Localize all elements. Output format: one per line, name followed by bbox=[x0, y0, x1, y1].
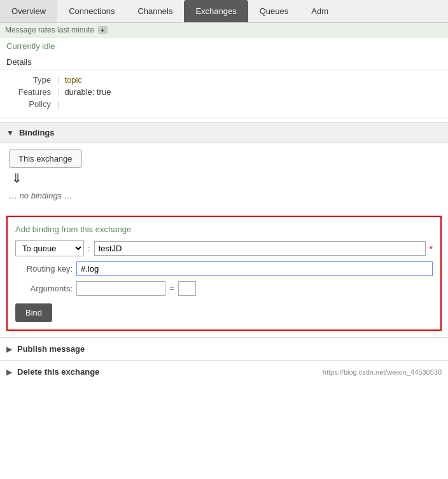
tab-connections[interactable]: Connections bbox=[57, 0, 126, 22]
routing-key-label: Routing key: bbox=[15, 264, 73, 274]
detail-row-policy: Policy | bbox=[6, 98, 442, 110]
status-text: Currently idle bbox=[0, 38, 448, 55]
required-star-icon: * bbox=[430, 244, 433, 254]
footer-link: https://blog.csdn.net/weixin_44530530 bbox=[104, 368, 442, 376]
publish-message-arrow-icon: ▶ bbox=[6, 345, 12, 354]
details-divider bbox=[0, 118, 448, 118]
destination-row: To queue To exchange : * bbox=[15, 240, 433, 256]
delete-exchange-title: Delete this exchange bbox=[17, 367, 99, 377]
destination-select[interactable]: To queue To exchange bbox=[15, 240, 84, 256]
tab-overview[interactable]: Overview bbox=[0, 0, 57, 22]
detail-separator-type: | bbox=[57, 75, 64, 85]
add-binding-section: Add binding from this exchange To queue … bbox=[6, 216, 442, 331]
arguments-row: Arguments: = bbox=[15, 281, 433, 296]
message-rates-bar: Message rates last minute + bbox=[0, 23, 448, 38]
arguments-key-input[interactable] bbox=[76, 281, 165, 296]
add-binding-title: Add binding from this exchange bbox=[15, 225, 433, 234]
nav-tabs: Overview Connections Channels Exchanges … bbox=[0, 0, 448, 23]
message-rates-label: Message rates last minute bbox=[5, 25, 94, 34]
tab-channels[interactable]: Channels bbox=[126, 0, 184, 22]
detail-value-type: topic bbox=[64, 75, 81, 85]
destination-colon: : bbox=[88, 244, 90, 253]
details-table: Type | topic Features | durable: true Po… bbox=[0, 70, 448, 114]
arguments-value-input[interactable] bbox=[178, 281, 196, 296]
details-header: Details bbox=[0, 55, 448, 70]
detail-row-features: Features | durable: true bbox=[6, 86, 442, 98]
tab-queues[interactable]: Queues bbox=[248, 0, 300, 22]
detail-separator-features: | bbox=[57, 87, 64, 97]
detail-value-features: durable: true bbox=[64, 87, 111, 97]
bindings-content: This exchange ⇓ … no bindings … bbox=[0, 143, 448, 209]
publish-message-section[interactable]: ▶ Publish message bbox=[0, 337, 448, 360]
publish-message-title: Publish message bbox=[17, 344, 85, 354]
bind-button[interactable]: Bind bbox=[15, 303, 52, 322]
detail-row-type: Type | topic bbox=[6, 74, 442, 86]
bindings-arrow-icon: ▼ bbox=[6, 128, 14, 137]
delete-exchange-arrow-icon: ▶ bbox=[6, 368, 12, 377]
tab-exchanges[interactable]: Exchanges bbox=[184, 0, 248, 22]
bindings-title: Bindings bbox=[19, 128, 55, 137]
down-arrow-icon: ⇓ bbox=[9, 168, 439, 188]
message-rates-plus-button[interactable]: + bbox=[98, 26, 107, 34]
routing-key-input[interactable] bbox=[76, 261, 433, 276]
detail-label-policy: Policy bbox=[6, 99, 57, 109]
detail-label-features: Features bbox=[6, 87, 57, 97]
this-exchange-button[interactable]: This exchange bbox=[9, 149, 82, 168]
destination-input[interactable] bbox=[94, 241, 426, 256]
detail-label-type: Type bbox=[6, 75, 57, 85]
bindings-section-header[interactable]: ▼ Bindings bbox=[0, 122, 448, 143]
arguments-label: Arguments: bbox=[15, 284, 73, 293]
no-bindings-text: … no bindings … bbox=[9, 188, 439, 203]
routing-key-row: Routing key: bbox=[15, 261, 433, 276]
equals-icon: = bbox=[169, 284, 174, 293]
tab-admin[interactable]: Adm bbox=[300, 0, 340, 22]
delete-exchange-section[interactable]: ▶ Delete this exchange https://blog.csdn… bbox=[0, 360, 448, 383]
detail-separator-policy: | bbox=[57, 99, 64, 109]
